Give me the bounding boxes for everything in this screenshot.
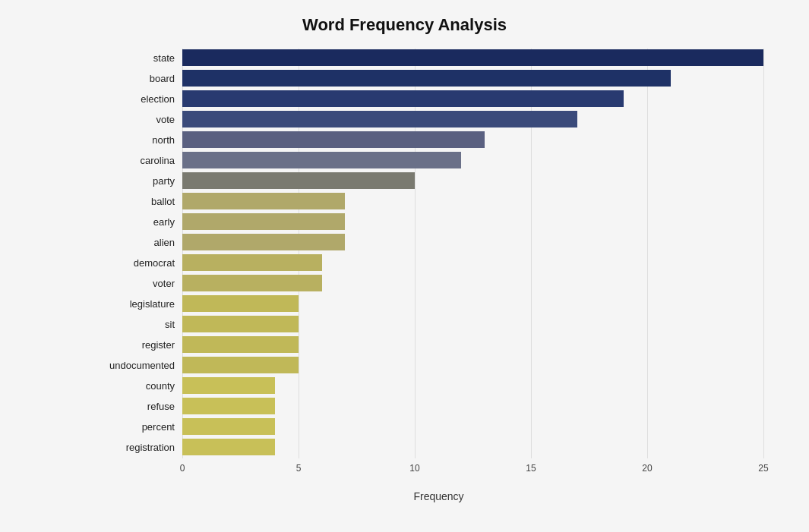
y-axis-label: register: [99, 335, 181, 354]
y-axis-label: sit: [99, 315, 181, 333]
bar-row: [182, 233, 763, 251]
y-axis-label: refuse: [99, 397, 181, 415]
y-axis-label: county: [99, 376, 181, 395]
bar-track: [182, 398, 763, 414]
bar-row: [182, 90, 763, 108]
grid-line: [763, 49, 764, 458]
bar-row: [182, 131, 763, 149]
bar-row: [182, 69, 763, 87]
bar-row: [182, 417, 763, 436]
y-axis-label: carolina: [99, 151, 181, 169]
bar-row: [182, 294, 763, 313]
bar-track: [182, 213, 763, 230]
y-axis-label: ballot: [99, 192, 181, 210]
bar-row: [182, 335, 763, 354]
bar-track: [182, 254, 763, 271]
y-axis-label: state: [99, 49, 181, 67]
bar-fill: [182, 152, 461, 168]
bar-row: [182, 438, 763, 456]
bar-fill: [182, 439, 275, 455]
bar-fill: [182, 295, 299, 312]
y-axis-label: alien: [99, 233, 181, 251]
bar-fill: [182, 418, 275, 435]
bar-fill: [182, 193, 345, 209]
bar-track: [182, 418, 763, 435]
bar-track: [182, 152, 763, 168]
bar-fill: [182, 90, 624, 107]
bars-wrapper: [182, 49, 763, 458]
bar-row: [182, 253, 763, 272]
x-axis: 0510152025: [182, 463, 763, 486]
x-axis-ticks: 0510152025: [182, 463, 763, 478]
bar-fill: [182, 213, 345, 230]
chart-container: Word Frequency Analysis stateboardelecti…: [0, 0, 809, 532]
y-axis-label: vote: [99, 110, 181, 128]
bar-fill: [182, 316, 299, 332]
bar-fill: [182, 234, 345, 250]
bar-row: [182, 397, 763, 415]
bar-fill: [182, 111, 577, 127]
bar-track: [182, 90, 763, 107]
x-axis-label: Frequency: [114, 490, 763, 502]
bar-row: [182, 49, 763, 67]
y-axis-label: democrat: [99, 253, 181, 272]
bar-fill: [182, 172, 415, 189]
x-tick: 15: [526, 463, 536, 474]
bar-fill: [182, 357, 299, 373]
bars-and-grid: 0510152025 Frequency: [182, 49, 763, 502]
bar-fill: [182, 377, 275, 394]
bar-track: [182, 172, 763, 189]
bar-track: [182, 193, 763, 209]
x-tick: 10: [409, 463, 419, 474]
x-tick: 0: [180, 463, 185, 474]
y-axis-label: registration: [99, 438, 181, 456]
bar-row: [182, 192, 763, 210]
bar-fill: [182, 70, 671, 87]
y-axis-label: party: [99, 172, 181, 190]
bar-fill: [182, 275, 322, 291]
bar-track: [182, 234, 763, 250]
bar-track: [182, 70, 763, 87]
bar-track: [182, 275, 763, 291]
bar-track: [182, 49, 763, 66]
bar-row: [182, 356, 763, 374]
bar-row: [182, 212, 763, 231]
chart-body: stateboardelectionvotenorthcarolinaparty…: [99, 49, 779, 502]
chart-title: Word Frequency Analysis: [30, 15, 779, 35]
y-axis-label: legislature: [99, 294, 181, 313]
bar-fill: [182, 254, 322, 271]
x-tick: 5: [296, 463, 302, 474]
bar-track: [182, 295, 763, 312]
bar-track: [182, 111, 763, 127]
y-axis-label: election: [99, 90, 181, 108]
bar-fill: [182, 131, 485, 148]
y-axis-label: voter: [99, 274, 181, 292]
y-axis-label: north: [99, 131, 181, 149]
bar-row: [182, 172, 763, 190]
bar-track: [182, 439, 763, 455]
y-axis-label: undocumented: [99, 356, 181, 374]
bar-fill: [182, 336, 299, 353]
bar-track: [182, 377, 763, 394]
y-axis-label: early: [99, 212, 181, 231]
bar-row: [182, 376, 763, 395]
bar-row: [182, 151, 763, 169]
bar-row: [182, 274, 763, 292]
x-tick: 25: [758, 463, 768, 474]
y-axis-label: board: [99, 69, 181, 87]
bar-fill: [182, 49, 763, 66]
bar-track: [182, 131, 763, 148]
bar-track: [182, 357, 763, 373]
x-tick: 20: [642, 463, 652, 474]
bar-track: [182, 316, 763, 332]
bar-row: [182, 110, 763, 128]
bar-fill: [182, 398, 275, 414]
bar-row: [182, 315, 763, 333]
y-axis-labels: stateboardelectionvotenorthcarolinaparty…: [99, 49, 181, 458]
bar-track: [182, 336, 763, 353]
y-axis-label: percent: [99, 417, 181, 436]
